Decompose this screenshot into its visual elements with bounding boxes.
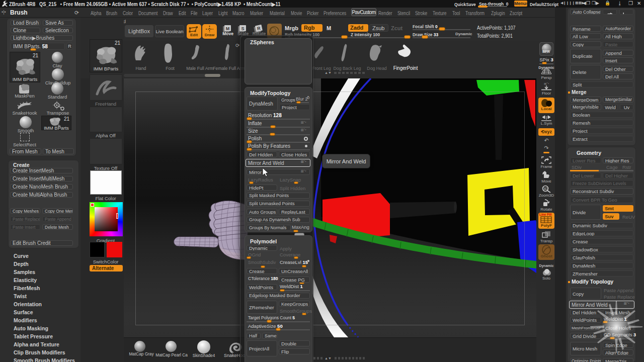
svg-text:3D: 3D bbox=[543, 187, 548, 191]
svg-text:Edit: Edit bbox=[190, 33, 198, 37]
svg-text:Draw: Draw bbox=[205, 33, 215, 37]
svg-text:M: M bbox=[226, 26, 230, 31]
svg-text:S: S bbox=[241, 26, 244, 31]
